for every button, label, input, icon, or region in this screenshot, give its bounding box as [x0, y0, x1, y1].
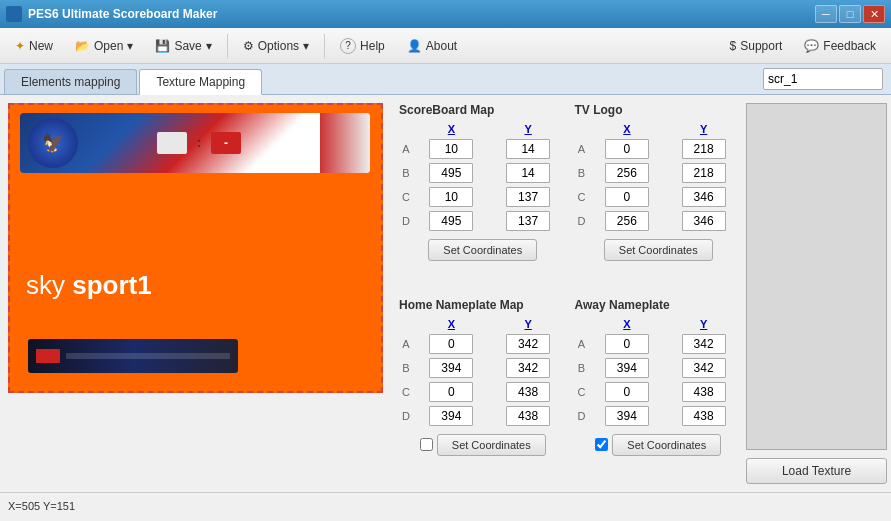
- coord-panels: ScoreBoard Map X Y A B C: [395, 95, 746, 492]
- row-label: B: [399, 356, 413, 380]
- new-icon: ✦: [15, 39, 25, 53]
- scoreboard-col-y: Y: [490, 121, 567, 137]
- table-row: C: [399, 380, 567, 404]
- coord-y-input[interactable]: [682, 406, 726, 426]
- table-row: B: [575, 356, 743, 380]
- coord-y-input[interactable]: [506, 382, 550, 402]
- feedback-icon: 💬: [804, 39, 819, 53]
- main-content: 🦅 : - sky sport1 ScoreBoa: [0, 95, 891, 492]
- coord-x-input[interactable]: [605, 382, 649, 402]
- away-nameplate-checkbox[interactable]: [595, 438, 608, 451]
- table-row: A: [399, 137, 567, 161]
- tabs-bar: Elements mapping Texture Mapping: [0, 64, 891, 95]
- coord-x-input[interactable]: [605, 187, 649, 207]
- tab-texture[interactable]: Texture Mapping: [139, 69, 262, 95]
- coord-y-input[interactable]: [682, 358, 726, 378]
- title-bar-controls: ─ □ ✕: [815, 5, 885, 23]
- title-bar-left: PES6 Ultimate Scoreboard Maker: [6, 6, 217, 22]
- support-icon: $: [730, 39, 737, 53]
- tab-elements[interactable]: Elements mapping: [4, 69, 137, 94]
- table-row: B: [399, 356, 567, 380]
- coord-x-input[interactable]: [429, 211, 473, 231]
- row-label: A: [399, 332, 413, 356]
- scr-input[interactable]: [763, 68, 883, 90]
- load-texture-button[interactable]: Load Texture: [746, 458, 887, 484]
- canvas-nameplate: [28, 339, 238, 373]
- coord-y-input[interactable]: [506, 406, 550, 426]
- row-label: B: [575, 356, 589, 380]
- score-right: -: [211, 132, 241, 154]
- save-button[interactable]: 💾 Save ▾: [146, 35, 220, 57]
- tvlogo-set-coords-button[interactable]: Set Coordinates: [604, 239, 713, 261]
- score-separator: :: [195, 136, 203, 150]
- options-button[interactable]: ⚙ Options ▾: [234, 35, 318, 57]
- right-side: Load Texture: [746, 95, 891, 492]
- home-nameplate-section: Home Nameplate Map X Y A B C: [399, 298, 567, 485]
- home-nameplate-table: X Y A B C D: [399, 316, 567, 428]
- row-label: A: [399, 137, 413, 161]
- coordinates-display: X=505 Y=151: [8, 500, 75, 512]
- coord-x-input[interactable]: [605, 358, 649, 378]
- coord-y-input[interactable]: [682, 334, 726, 354]
- coord-y-input[interactable]: [506, 334, 550, 354]
- maximize-button[interactable]: □: [839, 5, 861, 23]
- scoreboard-set-coords-button[interactable]: Set Coordinates: [428, 239, 537, 261]
- toolbar-right: $ Support 💬 Feedback: [721, 35, 885, 57]
- coord-x-input[interactable]: [605, 163, 649, 183]
- nameplate-bar: [66, 353, 230, 359]
- row-label: D: [575, 209, 589, 233]
- about-button[interactable]: 👤 About: [398, 35, 466, 57]
- row-label: C: [399, 185, 413, 209]
- away-nameplate-section: Away Nameplate X Y A B C: [575, 298, 743, 485]
- about-label: About: [426, 39, 457, 53]
- table-row: D: [575, 209, 743, 233]
- new-button[interactable]: ✦ New: [6, 35, 62, 57]
- coord-x-input[interactable]: [429, 334, 473, 354]
- feedback-button[interactable]: 💬 Feedback: [795, 35, 885, 57]
- scoreboard-map-title: ScoreBoard Map: [399, 103, 567, 117]
- coord-x-input[interactable]: [605, 334, 649, 354]
- home-set-coords-button[interactable]: Set Coordinates: [437, 434, 546, 456]
- coord-y-input[interactable]: [682, 211, 726, 231]
- toolbar-separator-2: [324, 34, 325, 58]
- close-button[interactable]: ✕: [863, 5, 885, 23]
- coord-y-input[interactable]: [682, 382, 726, 402]
- coord-y-input[interactable]: [506, 139, 550, 159]
- tv-logo-section: TV Logo X Y A B C: [575, 103, 743, 290]
- open-label: Open: [94, 39, 123, 53]
- coord-x-input[interactable]: [429, 358, 473, 378]
- table-row: D: [399, 404, 567, 428]
- minimize-button[interactable]: ─: [815, 5, 837, 23]
- canvas-logo-right: [320, 113, 370, 173]
- coord-x-input[interactable]: [605, 406, 649, 426]
- toolbar: ✦ New 📂 Open ▾ 💾 Save ▾ ⚙ Options ▾ ? He…: [0, 28, 891, 64]
- open-dropdown-icon: ▾: [127, 39, 133, 53]
- coord-x-input[interactable]: [605, 139, 649, 159]
- coord-x-input[interactable]: [605, 211, 649, 231]
- coord-x-input[interactable]: [429, 382, 473, 402]
- about-icon: 👤: [407, 39, 422, 53]
- coord-x-input[interactable]: [429, 139, 473, 159]
- coord-y-input[interactable]: [682, 163, 726, 183]
- coord-y-input[interactable]: [682, 139, 726, 159]
- table-row: D: [575, 404, 743, 428]
- coord-y-input[interactable]: [682, 187, 726, 207]
- canvas-box: 🦅 : - sky sport1: [8, 103, 383, 393]
- row-label: A: [575, 332, 589, 356]
- table-row: B: [575, 161, 743, 185]
- open-button[interactable]: 📂 Open ▾: [66, 35, 142, 57]
- support-button[interactable]: $ Support: [721, 35, 792, 57]
- coord-y-input[interactable]: [506, 211, 550, 231]
- canvas-logo-left: 🦅: [28, 118, 78, 168]
- row-label: D: [575, 404, 589, 428]
- home-nameplate-checkbox[interactable]: [420, 438, 433, 451]
- coord-y-input[interactable]: [506, 187, 550, 207]
- coord-y-input[interactable]: [506, 163, 550, 183]
- help-button[interactable]: ? Help: [331, 34, 394, 58]
- coord-x-input[interactable]: [429, 187, 473, 207]
- coord-x-input[interactable]: [429, 406, 473, 426]
- coord-x-input[interactable]: [429, 163, 473, 183]
- sky-bold: sport1: [72, 270, 151, 300]
- away-set-coords-button[interactable]: Set Coordinates: [612, 434, 721, 456]
- coord-y-input[interactable]: [506, 358, 550, 378]
